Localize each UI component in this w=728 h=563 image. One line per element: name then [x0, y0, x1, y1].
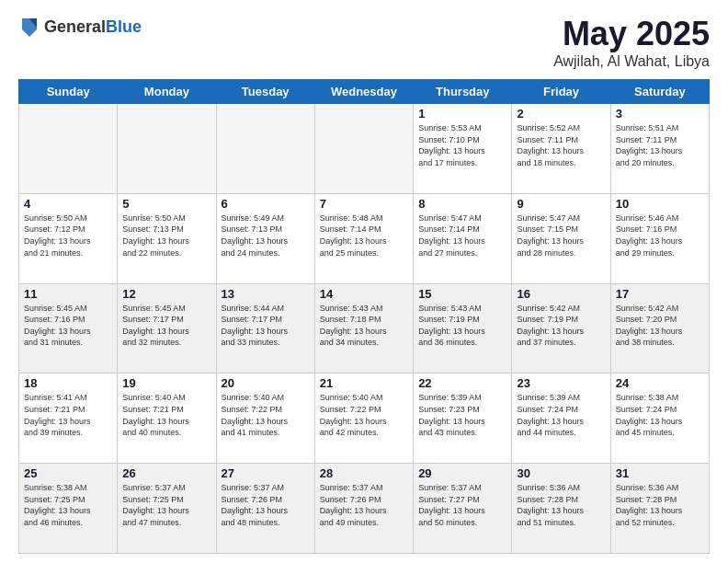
calendar-cell: 22Sunrise: 5:39 AM Sunset: 7:23 PM Dayli… [414, 373, 512, 464]
weekday-header-thursday: Thursday [414, 80, 512, 104]
day-number: 25 [24, 466, 112, 480]
day-info: Sunrise: 5:50 AM Sunset: 7:12 PM Dayligh… [24, 213, 112, 259]
week-row-1: 1Sunrise: 5:53 AM Sunset: 7:10 PM Daylig… [19, 104, 710, 194]
day-number: 7 [320, 197, 408, 211]
calendar-cell [118, 104, 216, 194]
month-title: May 2025 [553, 15, 710, 53]
day-number: 28 [320, 466, 408, 480]
day-number: 19 [122, 376, 210, 390]
week-row-5: 25Sunrise: 5:38 AM Sunset: 7:25 PM Dayli… [19, 464, 710, 554]
calendar-cell: 26Sunrise: 5:37 AM Sunset: 7:25 PM Dayli… [118, 464, 216, 554]
calendar-cell: 13Sunrise: 5:44 AM Sunset: 7:17 PM Dayli… [216, 283, 314, 373]
calendar-cell: 15Sunrise: 5:43 AM Sunset: 7:19 PM Dayli… [414, 283, 512, 373]
calendar-cell: 16Sunrise: 5:42 AM Sunset: 7:19 PM Dayli… [512, 283, 610, 373]
day-number: 2 [517, 107, 605, 121]
day-number: 4 [24, 197, 112, 211]
calendar-cell: 30Sunrise: 5:36 AM Sunset: 7:28 PM Dayli… [512, 464, 610, 554]
week-row-2: 4Sunrise: 5:50 AM Sunset: 7:12 PM Daylig… [19, 193, 710, 283]
day-info: Sunrise: 5:41 AM Sunset: 7:21 PM Dayligh… [24, 392, 112, 438]
day-info: Sunrise: 5:38 AM Sunset: 7:24 PM Dayligh… [616, 392, 704, 438]
calendar-cell: 11Sunrise: 5:45 AM Sunset: 7:16 PM Dayli… [19, 283, 118, 373]
day-info: Sunrise: 5:40 AM Sunset: 7:21 PM Dayligh… [122, 392, 210, 438]
weekday-header-row: SundayMondayTuesdayWednesdayThursdayFrid… [19, 80, 710, 104]
day-number: 12 [122, 287, 210, 301]
calendar-cell: 3Sunrise: 5:51 AM Sunset: 7:11 PM Daylig… [610, 104, 709, 194]
weekday-header-wednesday: Wednesday [314, 80, 413, 104]
day-info: Sunrise: 5:40 AM Sunset: 7:22 PM Dayligh… [222, 392, 310, 438]
day-info: Sunrise: 5:53 AM Sunset: 7:10 PM Dayligh… [418, 122, 506, 168]
day-number: 14 [320, 287, 408, 301]
day-info: Sunrise: 5:42 AM Sunset: 7:20 PM Dayligh… [616, 303, 704, 349]
logo-general: General [44, 17, 106, 36]
calendar-cell [19, 104, 118, 194]
calendar-cell: 18Sunrise: 5:41 AM Sunset: 7:21 PM Dayli… [19, 373, 118, 464]
day-number: 9 [517, 197, 605, 211]
calendar-cell: 25Sunrise: 5:38 AM Sunset: 7:25 PM Dayli… [19, 464, 118, 554]
day-number: 13 [222, 287, 310, 301]
calendar-cell: 27Sunrise: 5:37 AM Sunset: 7:26 PM Dayli… [216, 464, 314, 554]
day-number: 22 [418, 376, 506, 390]
calendar-cell: 9Sunrise: 5:47 AM Sunset: 7:15 PM Daylig… [512, 193, 610, 283]
calendar-cell: 1Sunrise: 5:53 AM Sunset: 7:10 PM Daylig… [414, 104, 512, 194]
day-info: Sunrise: 5:49 AM Sunset: 7:13 PM Dayligh… [222, 213, 310, 259]
day-info: Sunrise: 5:40 AM Sunset: 7:22 PM Dayligh… [320, 392, 408, 438]
day-info: Sunrise: 5:50 AM Sunset: 7:13 PM Dayligh… [122, 213, 210, 259]
calendar-cell: 8Sunrise: 5:47 AM Sunset: 7:14 PM Daylig… [414, 193, 512, 283]
weekday-header-sunday: Sunday [19, 80, 118, 104]
day-number: 16 [517, 287, 605, 301]
weekday-header-friday: Friday [512, 80, 610, 104]
day-info: Sunrise: 5:39 AM Sunset: 7:23 PM Dayligh… [418, 392, 506, 438]
day-info: Sunrise: 5:36 AM Sunset: 7:28 PM Dayligh… [517, 482, 605, 528]
calendar-cell: 29Sunrise: 5:37 AM Sunset: 7:27 PM Dayli… [414, 464, 512, 554]
calendar-cell: 6Sunrise: 5:49 AM Sunset: 7:13 PM Daylig… [216, 193, 314, 283]
day-info: Sunrise: 5:42 AM Sunset: 7:19 PM Dayligh… [517, 303, 605, 349]
week-row-3: 11Sunrise: 5:45 AM Sunset: 7:16 PM Dayli… [19, 283, 710, 373]
weekday-header-monday: Monday [118, 80, 216, 104]
calendar-cell: 5Sunrise: 5:50 AM Sunset: 7:13 PM Daylig… [118, 193, 216, 283]
day-number: 31 [616, 466, 704, 480]
logo: GeneralBlue [18, 15, 142, 40]
day-number: 23 [517, 376, 605, 390]
day-number: 17 [616, 287, 704, 301]
title-block: May 2025 Awjilah, Al Wahat, Libya [553, 15, 710, 70]
day-number: 3 [616, 107, 704, 121]
day-info: Sunrise: 5:45 AM Sunset: 7:17 PM Dayligh… [122, 303, 210, 349]
day-info: Sunrise: 5:47 AM Sunset: 7:14 PM Dayligh… [418, 213, 506, 259]
day-info: Sunrise: 5:45 AM Sunset: 7:16 PM Dayligh… [24, 303, 112, 349]
calendar-cell [216, 104, 314, 194]
calendar-cell: 31Sunrise: 5:36 AM Sunset: 7:28 PM Dayli… [610, 464, 709, 554]
day-info: Sunrise: 5:52 AM Sunset: 7:11 PM Dayligh… [517, 122, 605, 168]
day-info: Sunrise: 5:48 AM Sunset: 7:14 PM Dayligh… [320, 213, 408, 259]
calendar-cell: 28Sunrise: 5:37 AM Sunset: 7:26 PM Dayli… [314, 464, 413, 554]
day-info: Sunrise: 5:37 AM Sunset: 7:27 PM Dayligh… [418, 482, 506, 528]
calendar-cell: 14Sunrise: 5:43 AM Sunset: 7:18 PM Dayli… [314, 283, 413, 373]
day-info: Sunrise: 5:43 AM Sunset: 7:19 PM Dayligh… [418, 303, 506, 349]
day-number: 1 [418, 107, 506, 121]
day-number: 30 [517, 466, 605, 480]
logo-text: GeneralBlue [44, 18, 142, 37]
calendar-cell: 19Sunrise: 5:40 AM Sunset: 7:21 PM Dayli… [118, 373, 216, 464]
calendar-cell: 4Sunrise: 5:50 AM Sunset: 7:12 PM Daylig… [19, 193, 118, 283]
header: GeneralBlue May 2025 Awjilah, Al Wahat, … [18, 15, 710, 70]
day-info: Sunrise: 5:38 AM Sunset: 7:25 PM Dayligh… [24, 482, 112, 528]
weekday-header-tuesday: Tuesday [216, 80, 314, 104]
day-info: Sunrise: 5:51 AM Sunset: 7:11 PM Dayligh… [616, 122, 704, 168]
day-info: Sunrise: 5:37 AM Sunset: 7:25 PM Dayligh… [122, 482, 210, 528]
calendar-cell: 7Sunrise: 5:48 AM Sunset: 7:14 PM Daylig… [314, 193, 413, 283]
day-info: Sunrise: 5:47 AM Sunset: 7:15 PM Dayligh… [517, 213, 605, 259]
day-info: Sunrise: 5:37 AM Sunset: 7:26 PM Dayligh… [222, 482, 310, 528]
location-title: Awjilah, Al Wahat, Libya [553, 53, 710, 70]
day-number: 26 [122, 466, 210, 480]
day-info: Sunrise: 5:46 AM Sunset: 7:16 PM Dayligh… [616, 213, 704, 259]
day-info: Sunrise: 5:36 AM Sunset: 7:28 PM Dayligh… [616, 482, 704, 528]
day-number: 24 [616, 376, 704, 390]
day-number: 20 [222, 376, 310, 390]
calendar-cell: 24Sunrise: 5:38 AM Sunset: 7:24 PM Dayli… [610, 373, 709, 464]
week-row-4: 18Sunrise: 5:41 AM Sunset: 7:21 PM Dayli… [19, 373, 710, 464]
page: GeneralBlue May 2025 Awjilah, Al Wahat, … [0, 0, 728, 563]
day-info: Sunrise: 5:39 AM Sunset: 7:24 PM Dayligh… [517, 392, 605, 438]
calendar-cell: 17Sunrise: 5:42 AM Sunset: 7:20 PM Dayli… [610, 283, 709, 373]
calendar-cell: 12Sunrise: 5:45 AM Sunset: 7:17 PM Dayli… [118, 283, 216, 373]
calendar-cell: 2Sunrise: 5:52 AM Sunset: 7:11 PM Daylig… [512, 104, 610, 194]
day-number: 18 [24, 376, 112, 390]
